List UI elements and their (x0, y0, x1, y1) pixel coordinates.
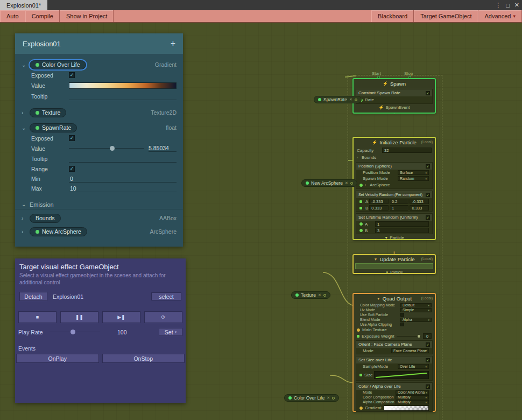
spawn-mode-dropdown[interactable]: Random▾ (398, 176, 429, 181)
orient-block[interactable]: Orient : Face Camera Plane ✓ Mode Face C… (356, 340, 433, 354)
set-velocity-random-block[interactable]: Set Velocity Random (Per component) ✓ A … (356, 191, 433, 212)
exposed-checkbox[interactable]: ✓ (69, 135, 75, 141)
close-icon[interactable]: ✕ (327, 396, 330, 400)
blackboard-toggle-button[interactable]: Blackboard (371, 10, 414, 22)
gradient-value-preview[interactable] (69, 82, 177, 89)
quad-output-context-node[interactable]: ▼ Quad Output (Local) Color Mapping Mode… (352, 293, 436, 412)
velocity-b-port[interactable] (359, 207, 362, 209)
property-pill-texture[interactable]: Texture (30, 108, 66, 117)
detach-button[interactable]: Detach (19, 292, 47, 301)
gradient-preview[interactable] (384, 405, 429, 411)
main-texture-input-port[interactable] (357, 328, 360, 332)
property-pill-bounds[interactable]: Bounds (30, 214, 61, 223)
compile-button[interactable]: Compile (25, 10, 60, 22)
blackboard-header[interactable]: Explosion01 + (15, 33, 183, 54)
tooltip-field[interactable] (69, 155, 177, 163)
use-alpha-clipping-checkbox[interactable] (400, 323, 404, 326)
spawn-header[interactable]: ⚡ Spawn (354, 79, 435, 88)
stop-button[interactable]: ■ (18, 311, 57, 323)
auto-button[interactable]: Auto (0, 10, 25, 22)
orient-mode-dropdown[interactable]: Face Camera Plane▾ (391, 348, 429, 353)
category-row-emission[interactable]: ⌄ Emission (15, 200, 183, 209)
close-icon[interactable]: ✕ (514, 2, 519, 9)
property-pill-spawnrate[interactable]: SpawnRate (30, 123, 77, 132)
param-node-new-arcsphere[interactable]: New ArcSphere ✕ (301, 179, 357, 187)
size-curve-port[interactable] (359, 374, 362, 376)
block-enabled-checkbox[interactable]: ✓ (426, 164, 430, 169)
close-icon[interactable]: ✕ (318, 293, 321, 297)
min-field[interactable]: 0 (69, 175, 177, 183)
block-enabled-checkbox[interactable]: ✓ (426, 358, 430, 362)
chevron-down-icon[interactable]: ⌄ (22, 201, 30, 207)
velocity-a-z-field[interactable]: -0.333 (410, 199, 429, 204)
update-particle-context-node[interactable]: ▼ Update Particle (Local) ▼ Particle (352, 254, 436, 274)
chevron-right-icon[interactable]: › (22, 229, 30, 235)
chevron-right-icon[interactable]: › (357, 156, 362, 159)
block-enabled-checkbox[interactable]: ✓ (426, 91, 430, 95)
set-size-over-life-block[interactable]: Set Size over Life ✓ SampleMode Over Lif… (356, 356, 433, 381)
tooltip-field[interactable] (69, 93, 177, 100)
arcsphere-input-port[interactable] (359, 184, 363, 187)
velocity-b-z-field[interactable]: 0.333 (410, 205, 429, 211)
select-button[interactable]: select (151, 292, 181, 300)
block-enabled-checkbox[interactable]: ✓ (426, 384, 430, 389)
property-pill-color-over-life[interactable]: Color Over Life (30, 60, 86, 69)
velocity-a-y-field[interactable]: 0.2 (390, 199, 409, 204)
add-property-button[interactable]: + (171, 39, 175, 48)
spawn-context-node[interactable]: ⚡ Spawn Constant Spawn Rate ✓ Rate ⚡ Spa… (352, 78, 436, 114)
output-port[interactable] (332, 397, 335, 400)
empty-block-area[interactable] (355, 263, 433, 269)
lifetime-a-port[interactable] (359, 222, 363, 226)
velocity-a-port[interactable] (359, 200, 362, 203)
chevron-right-icon[interactable]: › (22, 110, 30, 116)
chevron-right-icon[interactable]: › (365, 183, 370, 187)
velocity-b-x-field[interactable]: 0.333 (369, 205, 389, 211)
output-port[interactable] (355, 99, 357, 101)
color-mode-dropdown[interactable]: Color And Alpha▾ (396, 390, 429, 395)
kebab-menu-icon[interactable]: ⋮ (495, 2, 501, 9)
step-button[interactable]: ▶❚ (102, 311, 140, 323)
onstop-button[interactable]: OnStop (102, 354, 185, 363)
close-icon[interactable]: ✕ (345, 181, 348, 185)
lifetime-b-port[interactable] (359, 229, 363, 232)
exposure-weight-port[interactable] (357, 335, 359, 338)
position-sphere-block[interactable]: Position (Sphere) ✓ Position Mode Surfac… (356, 162, 433, 189)
output-port[interactable] (323, 294, 326, 297)
sample-mode-dropdown[interactable]: Over Life▾ (398, 364, 429, 369)
spawn-event-output[interactable]: ⚡ SpawnEvent (354, 104, 435, 110)
exposure-weight-slider[interactable] (397, 336, 421, 337)
spawnrate-slider[interactable] (69, 145, 144, 152)
uv-mode-dropdown[interactable]: Simple▾ (400, 308, 432, 312)
lifetime-b-field[interactable]: 3 (375, 228, 429, 233)
target-gameobject-toggle-button[interactable]: Target GameObject (414, 10, 478, 22)
exposure-weight-field[interactable]: 0 (423, 333, 432, 339)
pause-button[interactable]: ❚❚ (60, 311, 98, 323)
blend-mode-dropdown[interactable]: Alpha▾ (400, 318, 432, 322)
show-in-project-button[interactable]: Show in Project (60, 10, 114, 22)
gradient-input-port[interactable] (359, 407, 363, 410)
update-header[interactable]: ▼ Update Particle (Local) (354, 255, 435, 263)
param-node-color-over-life[interactable]: Color Over Life ✕ (284, 394, 339, 402)
play-rate-slider[interactable] (50, 328, 100, 335)
use-soft-particle-checkbox[interactable] (400, 313, 404, 317)
color-composition-dropdown[interactable]: Multiply▾ (396, 395, 429, 400)
block-enabled-checkbox[interactable]: ✓ (426, 215, 430, 220)
initialize-particle-context-node[interactable]: ⚡ Initialize Particle (Local) Capacity 3… (352, 137, 436, 240)
color-mapping-mode-dropdown[interactable]: Default▾ (400, 303, 432, 307)
alpha-composition-dropdown[interactable]: Multiply▾ (396, 400, 429, 404)
color-alpha-over-life-block[interactable]: Color / Alpha over Life ✓ Mode Color And… (356, 382, 433, 412)
advanced-dropdown-button[interactable]: Advanced ▾ (478, 10, 522, 22)
play-rate-value[interactable]: 100 (117, 329, 127, 335)
block-enabled-checkbox[interactable]: ✓ (426, 193, 430, 197)
set-rate-button[interactable]: Set ▾ (159, 328, 182, 336)
close-icon[interactable]: ✕ (349, 97, 352, 102)
lifetime-a-field[interactable]: 1 (375, 221, 429, 227)
maximize-icon[interactable]: □ (506, 2, 510, 9)
max-field[interactable]: 10 (69, 185, 177, 192)
output-header[interactable]: ▼ Quad Output (Local) (354, 294, 435, 303)
size-curve-preview[interactable] (374, 371, 429, 379)
position-mode-dropdown[interactable]: Surface▾ (398, 170, 429, 175)
chevron-right-icon[interactable]: › (22, 215, 30, 221)
chevron-down-icon[interactable]: ⌄ (22, 62, 30, 68)
block-enabled-checkbox[interactable]: ✓ (426, 342, 430, 347)
